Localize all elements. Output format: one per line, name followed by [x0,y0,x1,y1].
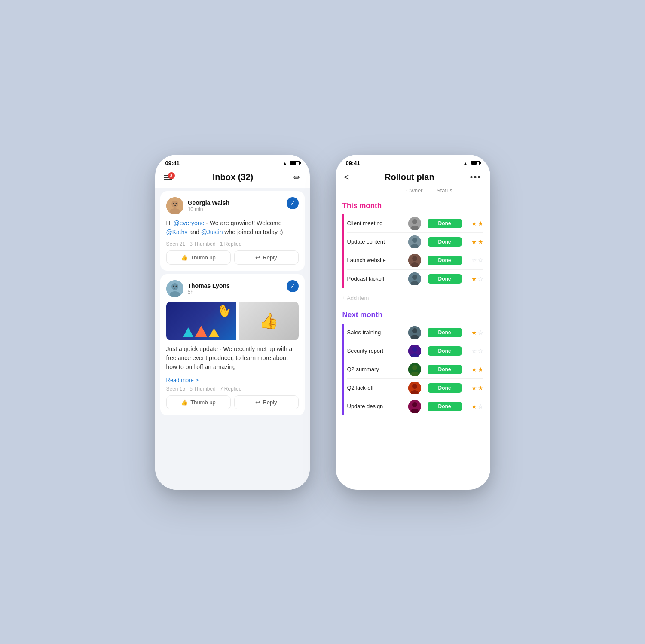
post-content-2: Just a quick update - We recently met up… [166,345,299,372]
post-actions-2: 👍 Thumb up ↩ Reply [166,395,299,409]
shape-orange [195,326,207,337]
owner-launch-website [402,254,428,267]
avatar-owner-8 [408,382,421,394]
svg-point-26 [412,347,417,352]
column-headers: Owner Status [342,187,483,195]
post-time-1: 10 min [188,206,230,212]
stars-launch-website: ☆ ☆ [462,257,483,264]
post-meta-1: Seen 21 3 Thumbed 1 Replied [166,241,299,247]
author-name-2: Thomas Lyons [188,282,230,289]
row-podcast-kickoff[interactable]: Podcast kickoff Done ★ ☆ [347,270,483,288]
post-images: ✋ 👍 [166,302,299,340]
thumb-label-1: Thumb up [190,254,216,261]
task-q2-kickoff: Q2 kick-off [347,385,402,391]
edit-button[interactable]: ✏ [293,172,301,183]
avatar-owner-2 [408,235,421,248]
status-podcast-kickoff: Done [428,274,462,284]
post-img-thumbsup: 👍 [239,302,299,340]
col-status-header: Status [428,187,462,194]
phone-rollout: 09:41 < Rollout plan ••• Owner Status [336,155,490,490]
author-name-1: Georgia Walsh [188,199,230,206]
plan-content: Owner Status This month Client meeting D [336,187,490,490]
post-img-colorful: ✋ [166,302,236,340]
more-button[interactable]: ••• [470,172,481,182]
stars-podcast-kickoff: ★ ☆ [462,275,483,282]
post-content-1: Hi @everyone - We are growing!! Welcome … [166,219,299,237]
row-update-content[interactable]: Update content Done ★ ★ [347,233,483,251]
svg-point-17 [412,256,417,261]
row-launch-website[interactable]: Launch website Done ☆ ☆ [347,251,483,270]
rollout-header: < Rollout plan ••• [336,169,490,187]
post-header-2: Thomas Lyons 5h [166,280,299,297]
reply-button-1[interactable]: ↩ Reply [234,250,299,265]
stars-sales-training: ★ ☆ [462,329,483,336]
post-time-2: 5h [188,289,230,295]
status-security-report: Done [428,346,462,356]
task-update-content: Update content [347,238,402,245]
owner-update-design [402,400,428,413]
owner-q2-kickoff [402,382,428,394]
status-update-design: Done [428,402,462,411]
plan-title: Rollout plan [385,172,434,182]
menu-button[interactable]: 8 [164,175,172,180]
mention-kathy: @Kathy [166,229,188,235]
next-month-header: Next month [342,311,483,319]
read-more-container: Read more > [166,376,299,386]
status-q2-summary: Done [428,365,462,374]
back-button[interactable]: < [344,172,349,182]
row-update-design[interactable]: Update design Done ★ ☆ [347,397,483,415]
col-owner-header: Owner [402,187,428,194]
thumb-icon-1: 👍 [181,254,188,261]
task-sales-training: Sales training [347,329,402,336]
owner-q2-summary [402,363,428,376]
row-client-meeting[interactable]: Client meeting Done ★ ★ [347,214,483,233]
status-client-meeting: Done [428,219,462,228]
georgia-avatar-img [166,197,183,214]
svg-point-1 [171,201,178,208]
post-author-info-1: Georgia Walsh 10 min [188,199,230,212]
this-month-header: This month [342,201,483,210]
status-bar-1: 09:41 [155,155,310,169]
row-q2-summary[interactable]: Q2 summary Done ★ ★ [347,360,483,379]
reply-icon-1: ↩ [255,254,260,261]
battery-fill-1 [291,162,297,165]
avatar-owner-6 [408,345,421,357]
reply-icon-2: ↩ [255,399,260,406]
status-icons-1 [283,160,300,166]
thumb-up-button-1[interactable]: 👍 Thumb up [166,250,231,265]
owner-client-meeting [402,217,428,230]
mention-justin: @Justin [201,229,223,235]
svg-point-29 [412,365,417,370]
thumb-up-button-2[interactable]: 👍 Thumb up [166,395,231,409]
avatar-owner-5 [408,326,421,339]
post-georgia: Georgia Walsh 10 min ✓ Hi @everyone - We… [160,191,305,271]
stars-security-report: ☆ ☆ [462,348,483,354]
read-more-link[interactable]: Read more > [166,377,199,383]
add-item-this-month[interactable]: + Add item [342,291,483,305]
shape-blue [183,327,193,337]
svg-point-8 [173,285,174,287]
row-sales-training[interactable]: Sales training Done ★ ☆ [347,324,483,342]
post-meta-2: Seen 15 5 Thumbed 7 Replied [166,386,299,392]
time-2: 09:41 [346,160,360,166]
mention-everyone: @everyone [174,220,205,226]
svg-point-3 [173,203,174,204]
post-actions-1: 👍 Thumb up ↩ Reply [166,250,299,265]
owner-update-content [402,235,428,248]
this-month-section: Client meeting Done ★ ★ [342,214,483,288]
img-shapes [183,326,219,337]
task-update-design: Update design [347,403,402,409]
stars-q2-kickoff: ★ ★ [462,385,483,391]
phone-inbox: 09:41 8 Inbox (32) ✏ [155,155,310,490]
check-badge-2: ✓ [287,280,299,292]
row-q2-kickoff[interactable]: Q2 kick-off Done ★ ★ [347,379,483,397]
svg-point-4 [175,203,177,204]
svg-point-14 [412,238,417,243]
reply-button-2[interactable]: ↩ Reply [234,395,299,409]
col-stars-header [462,187,483,194]
row-security-report[interactable]: Security report Done ☆ ☆ [347,342,483,360]
owner-sales-training [402,326,428,339]
thumb-label-2: Thumb up [190,399,216,406]
status-q2-kickoff: Done [428,383,462,393]
status-bar-2: 09:41 [336,155,490,169]
